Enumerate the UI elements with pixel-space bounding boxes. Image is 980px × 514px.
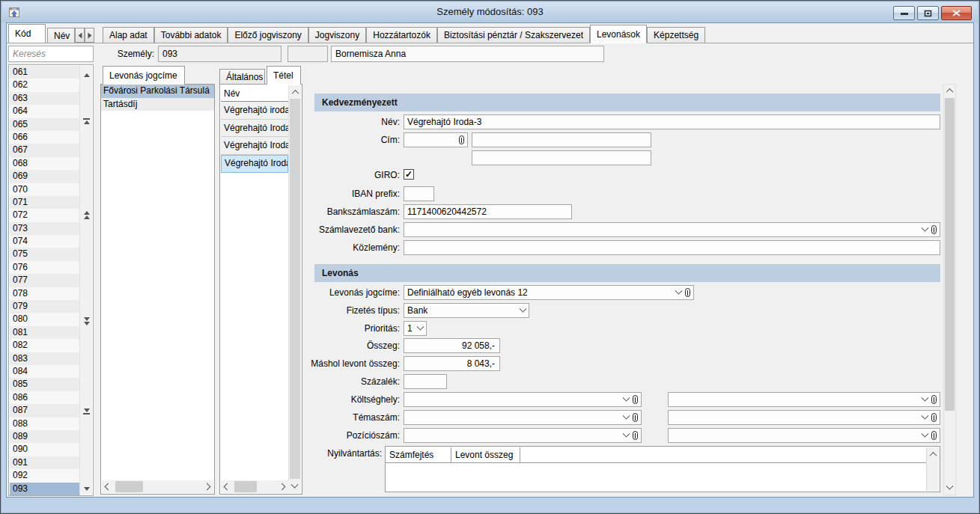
sidebar-code-item[interactable]: 080 [10, 313, 80, 325]
scroll-left-icon[interactable] [102, 480, 115, 493]
hscroll-thumb[interactable] [115, 481, 143, 492]
scroll-up-icon[interactable] [80, 70, 93, 80]
scroll-right-icon[interactable] [201, 480, 213, 493]
sidebar-code-item[interactable]: 075 [10, 248, 80, 260]
priority-combo[interactable]: 1 [404, 321, 427, 336]
sidebar-code-item[interactable]: 077 [10, 274, 80, 287]
sidebar-code-item[interactable]: 064 [10, 105, 80, 117]
beneficiary-address2-input[interactable] [472, 150, 651, 165]
grid-row[interactable]: Végrehajtó iroda [221, 102, 288, 120]
sidebar-code-item[interactable]: 089 [10, 430, 80, 443]
sidebar-tab-scroll-right-button[interactable] [85, 28, 94, 43]
main-tab[interactable]: További adatok [154, 27, 228, 43]
sidebar-code-item[interactable]: 091 [10, 456, 80, 469]
sidebar-code-item[interactable]: 067 [10, 144, 80, 156]
sidebar-code-item[interactable]: 084 [10, 365, 80, 378]
sidebar-code-item[interactable]: 079 [10, 300, 80, 313]
sidebar-code-item[interactable]: 076 [10, 261, 80, 274]
scroll-down-icon[interactable] [80, 483, 93, 494]
deduction-title-combo[interactable]: Definiálható egyéb levonás 12 [404, 285, 694, 300]
detail-panel-scrollbar[interactable] [943, 84, 956, 495]
registry-col-szamfejtes[interactable]: Számfejtés [386, 447, 451, 463]
bank-combo[interactable] [404, 222, 940, 237]
grid-vscroll-thumb[interactable] [290, 99, 300, 479]
chevron-down-icon[interactable] [288, 480, 301, 493]
hscroll-thumb[interactable] [234, 481, 257, 492]
percent-input[interactable] [404, 374, 447, 389]
main-tab[interactable]: Levonások [590, 25, 647, 43]
account-number-input[interactable]: 1171400620442572 [404, 204, 572, 219]
vscroll-thumb[interactable] [945, 98, 955, 411]
sidebar-code-item[interactable]: 078 [10, 287, 80, 300]
grid-column-header-nev[interactable]: Név [221, 85, 288, 102]
person-code-list[interactable]: 0610620630640650660670680690700710720730… [8, 64, 94, 496]
grid-vscrollbar[interactable] [288, 85, 301, 480]
main-tab[interactable]: Hozzátartozók [366, 27, 437, 43]
code-list-scrollbar[interactable] [79, 66, 92, 495]
topic-number-combo-2[interactable] [668, 410, 940, 425]
sidebar-code-item[interactable]: 085 [10, 378, 80, 391]
close-button[interactable] [941, 6, 972, 20]
sidebar-code-item[interactable]: 083 [10, 352, 80, 365]
sidebar-code-item[interactable]: 061 [10, 66, 80, 79]
memo-input[interactable] [404, 240, 940, 255]
position-number-combo-2[interactable] [668, 428, 940, 443]
scroll-first-icon[interactable] [80, 116, 93, 126]
sidebar-code-item[interactable]: 069 [10, 170, 80, 183]
sidebar-code-item[interactable]: 073 [10, 222, 80, 235]
scroll-left-icon[interactable] [221, 480, 234, 493]
beneficiary-name-input[interactable]: Végrehajtó Iroda-3 [404, 114, 940, 129]
elsewhere-amount-input[interactable]: 8 043,- [404, 356, 500, 371]
grid-row[interactable]: Végrehajtó Iroda- [221, 137, 288, 155]
sidebar-code-item[interactable]: 090 [10, 443, 80, 456]
main-tab[interactable]: Képzettség [647, 27, 705, 43]
sidebar-code-item[interactable]: 088 [10, 417, 80, 430]
deduction-title-item[interactable]: Tartásdíj [101, 98, 214, 111]
beneficiary-zip-input[interactable] [404, 132, 468, 147]
chevron-up-icon[interactable] [289, 86, 302, 99]
giro-checkbox[interactable]: ✓ [404, 169, 414, 180]
person-code-field[interactable]: 093 [158, 46, 281, 62]
tab-tetel[interactable]: Tétel [267, 66, 301, 85]
grid-row[interactable]: Végrehajtó Iroda- [221, 120, 288, 138]
sidebar-code-item[interactable]: 087 [10, 404, 80, 417]
person-middle-field[interactable] [287, 46, 328, 62]
payment-type-combo[interactable]: Bank [404, 303, 529, 318]
tab-altalanos[interactable]: Általános [219, 69, 265, 85]
sidebar-code-item[interactable]: 070 [10, 183, 80, 196]
registry-col-levont-osszeg[interactable]: Levont összeg [451, 447, 520, 463]
deduction-title-list[interactable]: Fővárosi Parkolási TársuláTartásdíj [100, 84, 215, 495]
restore-button[interactable] [917, 6, 939, 20]
person-name-field[interactable]: Bornemisza Anna [331, 46, 604, 62]
iban-prefix-input[interactable] [404, 186, 434, 201]
title-bar[interactable]: Személy módosítás: 093 [2, 2, 978, 22]
sidebar-code-item[interactable]: 065 [10, 118, 80, 131]
scroll-page-up-icon[interactable] [80, 209, 93, 220]
sidebar-code-item[interactable]: 092 [10, 469, 80, 482]
sidebar-code-item[interactable]: 074 [10, 235, 80, 248]
cost-center-combo-2[interactable] [668, 392, 940, 407]
search-input[interactable]: Keresés [8, 46, 94, 62]
sidebar-code-item[interactable]: 071 [10, 196, 80, 209]
topic-number-combo[interactable] [404, 410, 642, 425]
sidebar-code-item[interactable]: 066 [10, 131, 80, 144]
deduction-title-tab[interactable]: Levonás jogcíme [103, 66, 185, 85]
grid-hscrollbar[interactable] [221, 480, 288, 493]
main-tab[interactable]: Biztosítási pénztár / Szakszervezet [437, 27, 590, 43]
amount-input[interactable]: 92 058,- [404, 338, 500, 353]
sidebar-code-item[interactable]: 093 [10, 483, 80, 495]
beneficiary-address1-input[interactable] [472, 132, 651, 147]
main-tab[interactable]: Előző jogviszony [228, 27, 308, 43]
scroll-right-icon[interactable] [276, 480, 288, 493]
sidebar-code-item[interactable]: 082 [10, 339, 80, 352]
sidebar-tab-scroll-left-button[interactable] [75, 28, 85, 43]
sidebar-code-item[interactable]: 062 [10, 79, 80, 91]
main-tab[interactable]: Alap adat [103, 27, 154, 43]
cost-center-combo[interactable] [404, 392, 642, 407]
deduction-title-hscrollbar[interactable] [102, 480, 213, 493]
sidebar-code-item[interactable]: 063 [10, 92, 80, 105]
grid-row[interactable]: Végrehajtó Iroda- [221, 155, 288, 173]
registry-vscrollbar[interactable] [926, 447, 939, 491]
deduction-title-item[interactable]: Fővárosi Parkolási Társulá [101, 85, 214, 98]
main-tab[interactable]: Jogviszony [308, 27, 366, 43]
